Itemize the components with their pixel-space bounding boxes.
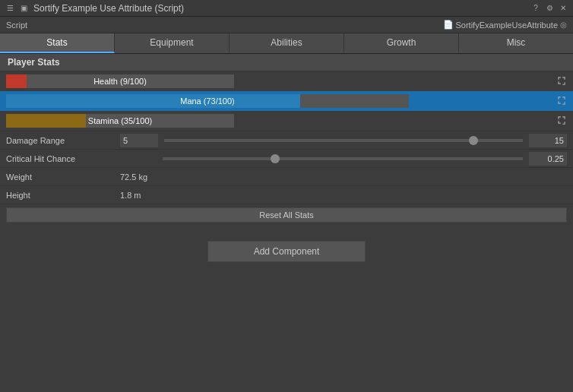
add-component-button[interactable]: Add Component bbox=[207, 241, 366, 262]
critical-hit-thumb[interactable] bbox=[271, 154, 280, 163]
script-row: Script 📄 SortifyExampleUseAttribute ◎ bbox=[0, 17, 573, 33]
stamina-bar-label: Stamina (35/100) bbox=[6, 114, 234, 128]
mana-row[interactable]: Mana (73/100) bbox=[0, 91, 573, 111]
damage-range-thumb[interactable] bbox=[469, 136, 478, 145]
stamina-bar: Stamina (35/100) bbox=[6, 114, 234, 128]
weight-value: 72.5 kg bbox=[120, 172, 147, 182]
critical-hit-label: Critical Hit Chance bbox=[6, 154, 120, 163]
add-component-row: Add Component bbox=[0, 226, 573, 277]
tab-stats[interactable]: Stats bbox=[0, 33, 115, 53]
tab-misc[interactable]: Misc bbox=[459, 33, 573, 53]
weight-row: Weight 72.5 kg bbox=[0, 167, 573, 185]
menu-icon[interactable]: ☰ bbox=[5, 3, 15, 14]
reset-row: Reset All Stats bbox=[0, 204, 573, 226]
title-bar-right: ? ⚙ ✕ bbox=[530, 3, 568, 14]
tab-abilities[interactable]: Abilities bbox=[230, 33, 344, 53]
critical-hit-input[interactable] bbox=[529, 152, 567, 166]
height-row: Height 1.8 m bbox=[0, 185, 573, 204]
tab-growth[interactable]: Growth bbox=[344, 33, 459, 53]
section-header: Player Stats bbox=[0, 54, 573, 71]
damage-range-min-input[interactable] bbox=[120, 134, 158, 147]
window-title: Sortify Example Use Attribute (Script) bbox=[33, 3, 530, 14]
health-expand-icon[interactable] bbox=[556, 75, 567, 87]
target-icon: ◎ bbox=[560, 21, 567, 29]
unity-icon: ▣ bbox=[18, 3, 29, 14]
script-file[interactable]: 📄 SortifyExampleUseAttribute ◎ bbox=[443, 20, 568, 30]
damage-range-slider[interactable] bbox=[164, 139, 523, 142]
help-icon[interactable]: ? bbox=[530, 3, 541, 14]
damage-range-row: Damage Range bbox=[0, 131, 573, 149]
title-bar: ☰ ▣ Sortify Example Use Attribute (Scrip… bbox=[0, 0, 573, 17]
stamina-row[interactable]: Stamina (35/100) bbox=[0, 111, 573, 131]
filename: SortifyExampleUseAttribute bbox=[456, 21, 559, 30]
stamina-expand-icon[interactable] bbox=[556, 115, 567, 127]
content-area: Player Stats Health (9/100) Mana (73/100… bbox=[0, 54, 573, 277]
script-label: Script bbox=[6, 21, 27, 30]
height-value: 1.8 m bbox=[120, 191, 141, 200]
weight-label: Weight bbox=[6, 172, 120, 182]
health-bar-label: Health (9/100) bbox=[6, 74, 234, 88]
mana-bar-label: Mana (73/100) bbox=[6, 94, 409, 108]
close-icon[interactable]: ✕ bbox=[558, 3, 568, 14]
mana-bar: Mana (73/100) bbox=[6, 94, 409, 108]
tabs-row: Stats Equipment Abilities Growth Misc bbox=[0, 33, 573, 54]
mana-expand-icon[interactable] bbox=[556, 95, 567, 107]
reset-stats-button[interactable]: Reset All Stats bbox=[6, 207, 567, 223]
critical-hit-slider[interactable] bbox=[163, 157, 523, 160]
file-icon: 📄 bbox=[443, 20, 454, 30]
critical-hit-row: Critical Hit Chance bbox=[0, 149, 573, 167]
health-row[interactable]: Health (9/100) bbox=[0, 71, 573, 91]
settings-icon[interactable]: ⚙ bbox=[544, 3, 555, 14]
damage-range-label: Damage Range bbox=[6, 136, 120, 145]
tab-equipment[interactable]: Equipment bbox=[115, 33, 230, 53]
title-bar-icons: ☰ ▣ bbox=[5, 3, 29, 14]
height-label: Height bbox=[6, 191, 120, 200]
damage-range-max-input[interactable] bbox=[529, 134, 567, 147]
health-bar: Health (9/100) bbox=[6, 74, 234, 88]
